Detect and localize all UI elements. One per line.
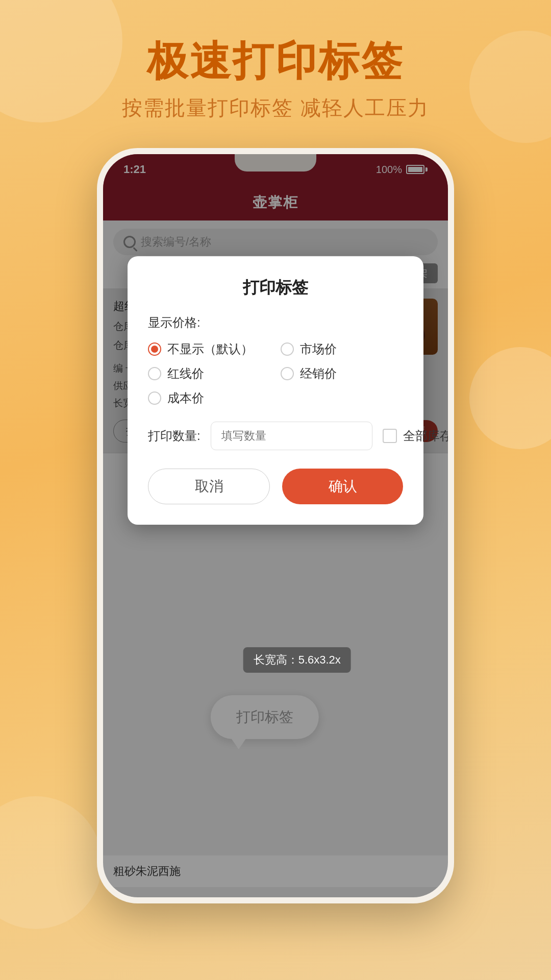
radio-label-cost: 成本价 bbox=[167, 390, 204, 406]
price-radio-group: 不显示（默认） 市场价 红线价 经销价 bbox=[148, 341, 403, 406]
quantity-row: 打印数量: 全部库存 bbox=[148, 422, 403, 450]
bg-decoration-circle-3 bbox=[469, 347, 551, 449]
radio-label-dealer: 经销价 bbox=[300, 365, 337, 382]
radio-circle-no-price bbox=[148, 342, 161, 356]
page-title: 极速打印标签 bbox=[0, 41, 551, 82]
radio-circle-market bbox=[281, 342, 294, 356]
modal-title: 打印标签 bbox=[148, 277, 403, 299]
cancel-button[interactable]: 取消 bbox=[148, 469, 270, 504]
radio-item-dealer-price[interactable]: 经销价 bbox=[281, 365, 403, 382]
size-tooltip-text: 长宽高：5.6x3.2x bbox=[254, 653, 341, 666]
radio-item-market-price[interactable]: 市场价 bbox=[281, 341, 403, 357]
page-subtitle: 按需批量打印标签 减轻人工压力 bbox=[0, 94, 551, 122]
phone-mockup: 1:21 100% 壶掌柜 搜索编号/名称 问题 下架 bbox=[97, 148, 454, 903]
size-tooltip: 长宽高：5.6x3.2x bbox=[243, 647, 351, 673]
radio-circle-cost bbox=[148, 391, 161, 405]
radio-circle-redline bbox=[148, 367, 161, 380]
radio-label-redline: 红线价 bbox=[167, 365, 204, 382]
radio-item-no-price[interactable]: 不显示（默认） bbox=[148, 341, 270, 357]
all-stock-checkbox[interactable] bbox=[383, 429, 397, 443]
radio-circle-dealer bbox=[281, 367, 294, 380]
confirm-button[interactable]: 确认 bbox=[282, 469, 403, 504]
modal-price-label: 显示价格: bbox=[148, 314, 403, 331]
radio-inner-no-price bbox=[151, 346, 158, 353]
radio-label-market: 市场价 bbox=[300, 341, 337, 357]
radio-item-cost-price[interactable]: 成本价 bbox=[148, 390, 270, 406]
header-area: 极速打印标签 按需批量打印标签 减轻人工压力 bbox=[0, 41, 551, 122]
radio-label-no-price: 不显示（默认） bbox=[167, 341, 253, 357]
phone-screen: 1:21 100% 壶掌柜 搜索编号/名称 问题 下架 bbox=[103, 154, 448, 897]
all-stock-check[interactable]: 全部库存 bbox=[383, 428, 448, 444]
quantity-input[interactable] bbox=[211, 422, 372, 450]
bg-decoration-circle-4 bbox=[0, 796, 102, 929]
radio-item-redline-price[interactable]: 红线价 bbox=[148, 365, 270, 382]
modal-overlay: 打印标签 显示价格: 不显示（默认） 市场价 bbox=[103, 154, 448, 897]
quantity-label: 打印数量: bbox=[148, 428, 201, 444]
all-stock-label: 全部库存 bbox=[403, 428, 448, 444]
modal-actions: 取消 确认 bbox=[148, 469, 403, 504]
modal-box: 打印标签 显示价格: 不显示（默认） 市场价 bbox=[128, 256, 423, 525]
